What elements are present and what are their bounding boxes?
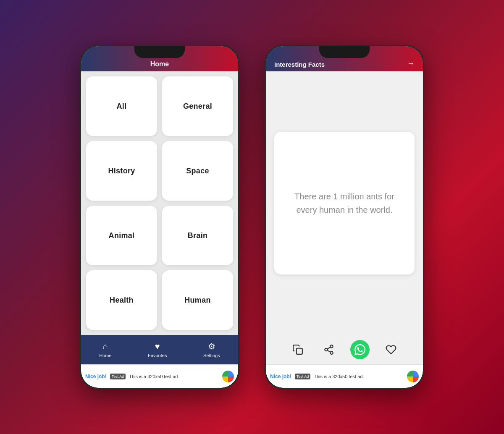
- phone-fact: Interesting Facts → There are 1 million …: [265, 45, 424, 389]
- phone-screen: Home All General History Space Animal Br…: [81, 46, 238, 388]
- category-animal[interactable]: Animal: [86, 206, 157, 265]
- nav-settings[interactable]: ⚙ Settings: [203, 341, 220, 358]
- svg-point-3: [330, 351, 333, 354]
- share-button[interactable]: [319, 340, 339, 359]
- nav-favorites[interactable]: ♥ Favorites: [148, 342, 167, 358]
- nav-home[interactable]: ⌂ Home: [99, 342, 111, 358]
- forward-arrow-icon[interactable]: →: [407, 59, 415, 68]
- ad-logo: [222, 371, 234, 382]
- header-title: Home: [150, 60, 169, 68]
- fact-card: There are 1 million ants for every human…: [274, 132, 415, 275]
- svg-rect-0: [297, 348, 302, 354]
- favorite-button[interactable]: [381, 340, 401, 359]
- phone-notch: [134, 46, 185, 58]
- action-bar: [266, 335, 423, 364]
- phone-home: Home All General History Space Animal Br…: [80, 45, 239, 389]
- svg-point-1: [330, 345, 333, 348]
- ad-banner: Nice job! Test Ad This is a 320x50 test …: [266, 364, 423, 388]
- ad-logo: [407, 371, 419, 382]
- svg-point-2: [325, 348, 328, 351]
- category-all[interactable]: All: [86, 76, 157, 136]
- home-icon: ⌂: [103, 342, 108, 351]
- bottom-navigation: ⌂ Home ♥ Favorites ⚙ Settings: [81, 335, 238, 364]
- category-grid: All General History Space Animal Brain H…: [81, 71, 238, 335]
- category-general[interactable]: General: [162, 76, 233, 136]
- copy-button[interactable]: [288, 340, 307, 359]
- category-space[interactable]: Space: [162, 141, 233, 201]
- phone-notch: [319, 46, 370, 58]
- category-brain[interactable]: Brain: [162, 206, 233, 265]
- svg-line-4: [327, 350, 330, 352]
- header-title: Interesting Facts: [274, 61, 325, 68]
- ad-banner: Nice job! Test Ad This is a 320x50 test …: [81, 364, 238, 388]
- svg-line-5: [327, 347, 330, 349]
- whatsapp-button[interactable]: [350, 340, 370, 359]
- fact-text: There are 1 million ants for every human…: [287, 190, 402, 217]
- category-human[interactable]: Human: [162, 270, 233, 330]
- heart-icon: ♥: [155, 342, 160, 351]
- phone-screen: Interesting Facts → There are 1 million …: [266, 46, 423, 388]
- category-history[interactable]: History: [86, 141, 157, 201]
- fact-content-area: There are 1 million ants for every human…: [266, 71, 423, 335]
- gear-icon: ⚙: [208, 341, 215, 351]
- category-health[interactable]: Health: [86, 270, 157, 330]
